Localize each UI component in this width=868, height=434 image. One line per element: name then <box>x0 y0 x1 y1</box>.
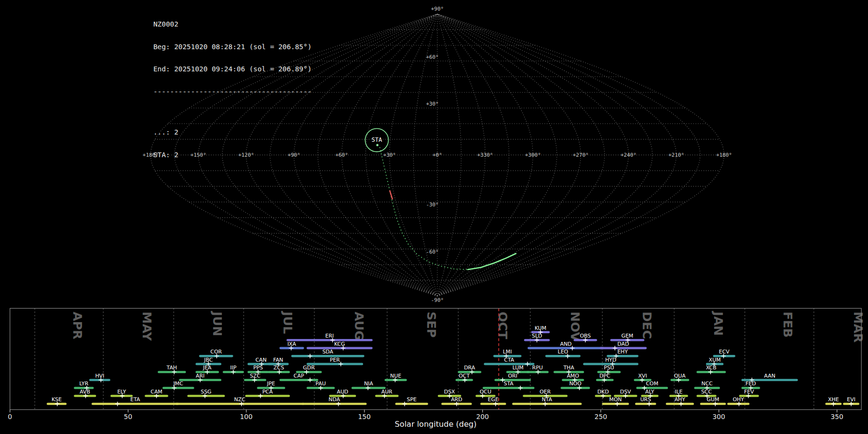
shower-peak-marker <box>402 402 407 406</box>
shower-label: CAP <box>294 373 304 379</box>
shower-label: SCC <box>701 389 712 395</box>
x-tick-label: 200 <box>476 413 489 420</box>
shower-label: HYD <box>605 357 616 363</box>
shower-label: AND <box>560 341 571 347</box>
month-label: DEC <box>640 312 654 339</box>
shower-label: CAN <box>256 357 267 363</box>
spacer <box>153 110 312 113</box>
shower-label: EHY <box>617 349 628 355</box>
count-sta: STA: 2 <box>153 151 312 158</box>
station-id: NZ0002 <box>153 20 312 27</box>
x-tick-label: 250 <box>595 413 607 420</box>
shower-label: AAN <box>764 373 775 379</box>
shower-label: LEO <box>558 349 569 355</box>
month-label: FEB <box>781 312 795 338</box>
shower-label: IXA <box>287 341 297 347</box>
x-tick-label: 50 <box>124 413 133 420</box>
shower-label: XVI <box>638 373 647 379</box>
shower-label: XUM <box>709 357 721 363</box>
shower-peak-marker <box>613 346 617 350</box>
shower-label: OHY <box>732 396 744 403</box>
month-label: JUL <box>281 311 295 334</box>
shower-label: KSE <box>52 396 62 403</box>
shower-label: ELY <box>117 389 126 395</box>
shower-label: STA <box>504 380 514 387</box>
shower-label: GUM <box>707 396 719 403</box>
shower-label: AHY <box>675 396 686 403</box>
shower-label: EGE <box>488 396 499 403</box>
shower-label: PCA <box>262 389 273 395</box>
shower-label: ETA <box>130 396 140 403</box>
shower-label: ZCS <box>273 365 284 371</box>
session-end: End: 20251020 09:24:06 (sol = 206.89°) <box>153 65 312 72</box>
plot-window: NZ0002 Beg: 20251020 08:28:21 (sol = 206… <box>0 0 868 434</box>
shower-label: SSG <box>201 389 211 395</box>
shower-label: NTA <box>542 396 552 403</box>
shower-peak-marker <box>525 362 529 366</box>
shower-label: RPU <box>532 365 543 371</box>
x-tick-label: 150 <box>358 413 371 420</box>
month-label: MAR <box>851 312 865 342</box>
month-label: MAY <box>140 312 154 341</box>
shower-label: AVB <box>80 389 90 395</box>
shower-label: ALY <box>645 389 654 395</box>
shower-label: XCB <box>706 365 717 371</box>
shower-label: OCT <box>459 373 470 379</box>
activity-timeline-canvas: APRMAYJUNJULAUGSEPOCTNOVDECJANFEBMARKUME… <box>0 0 868 434</box>
shower-peak-marker <box>518 386 522 390</box>
shower-label: AUR <box>381 389 393 395</box>
shower-label: PER <box>330 357 340 363</box>
month-label: APR <box>70 312 84 339</box>
month-label: AUG <box>352 312 366 340</box>
separator-line: -------------------------------------- <box>153 88 312 95</box>
shower-label: NUE <box>390 373 401 379</box>
shower-label: HVI <box>95 373 104 379</box>
shower-peak-marker <box>115 402 120 406</box>
shower-label: PSU <box>604 365 614 371</box>
x-tick-label: 300 <box>713 413 725 420</box>
shower-label: QUA <box>674 373 686 379</box>
shower-label: GEM <box>622 333 634 339</box>
shower-label: COM <box>646 380 659 387</box>
shower-label: SPE <box>407 396 417 403</box>
x-tick-label: 350 <box>831 413 843 420</box>
shower-label: AUD <box>337 389 348 395</box>
shower-label: OCU <box>480 389 491 395</box>
shower-peak-marker <box>308 354 312 358</box>
shower-label: TAH <box>166 365 177 371</box>
shower-label: OER <box>540 389 551 395</box>
count-unassociated: ...: 2 <box>153 128 312 136</box>
month-label: JUN <box>210 311 224 336</box>
shower-label: DPC <box>599 373 610 379</box>
month-label: OCT <box>496 312 510 339</box>
header-info: NZ0002 Beg: 20251020 08:28:21 (sol = 206… <box>153 5 312 173</box>
x-tick-label: 100 <box>240 413 253 420</box>
shower-label: SDA <box>322 349 333 355</box>
shower-label: DAD <box>617 341 629 347</box>
month-label: JAN <box>711 311 725 336</box>
x-tick-label: 0 <box>8 413 12 420</box>
shower-peak-marker <box>308 378 312 382</box>
shower-label: NIA <box>364 380 373 387</box>
shower-label: GDR <box>303 365 315 371</box>
month-label: SEP <box>424 312 438 338</box>
x-axis-title: Solar longitude (deg) <box>395 420 477 429</box>
shower-label: ECV <box>719 349 730 355</box>
shower-label: SZC <box>250 373 260 379</box>
session-begin: Beg: 20251020 08:28:21 (sol = 206.85°) <box>153 43 312 50</box>
shower-label: LYR <box>79 380 88 387</box>
shower-label: LMI <box>503 349 512 355</box>
shower-label: AMO <box>567 373 579 379</box>
shower-label: MON <box>609 396 622 403</box>
shower-label: COR <box>210 349 222 355</box>
shower-label: FEV <box>744 389 754 395</box>
shower-label: DRA <box>464 365 475 371</box>
shower-label: CTA <box>504 357 514 363</box>
shower-label: ORI <box>508 373 517 379</box>
shower-label: NZC <box>234 396 246 403</box>
